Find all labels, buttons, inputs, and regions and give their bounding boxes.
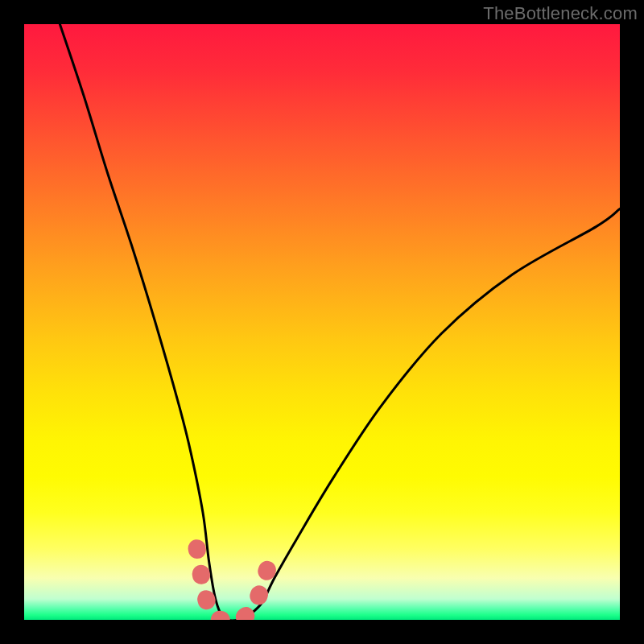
chart-svg [24,24,620,620]
plot-area [24,24,620,620]
watermark-text: TheBottleneck.com [483,3,638,24]
bottleneck-curve [60,24,620,620]
chart-frame: TheBottleneck.com [0,0,644,644]
